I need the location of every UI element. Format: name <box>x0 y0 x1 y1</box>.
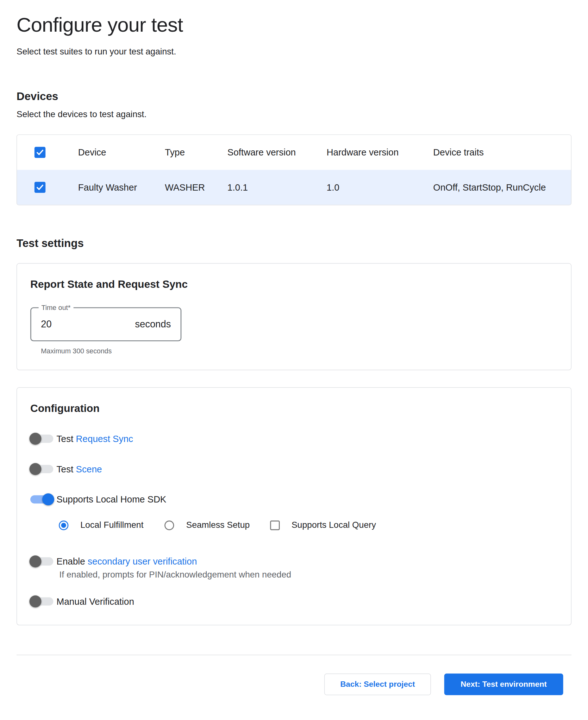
back-select-project-button[interactable]: Back: Select project <box>324 674 431 695</box>
configuration-card: Configuration Test Request Sync Test Sce… <box>17 387 571 625</box>
timeout-suffix: seconds <box>135 319 171 330</box>
devices-table-header-row: Device Type Software version Hardware ve… <box>17 135 571 170</box>
page-title: Configure your test <box>17 13 571 36</box>
request-sync-link[interactable]: Request Sync <box>76 434 133 444</box>
secondary-user-verification-description: If enabled, prompts for PIN/acknowledgem… <box>59 570 558 580</box>
supports-local-home-sdk-toggle[interactable] <box>30 493 54 505</box>
local-fulfillment-radio[interactable] <box>59 520 68 530</box>
cell-device-traits: OnOff, StartStop, RunCycle <box>433 182 571 192</box>
toggle-thumb <box>29 555 41 568</box>
column-header-hardware-version: Hardware version <box>327 147 433 158</box>
toggle-thumb <box>29 596 41 608</box>
local-home-options-row: Local Fulfillment Seamless Setup Support… <box>59 520 558 530</box>
test-request-sync-toggle[interactable] <box>30 433 54 445</box>
seamless-setup-radio[interactable] <box>165 520 174 530</box>
secondary-user-verification-toggle[interactable] <box>30 555 54 568</box>
manual-verification-label: Manual Verification <box>57 596 134 608</box>
check-icon <box>36 183 44 191</box>
select-all-checkbox[interactable] <box>35 147 46 158</box>
column-header-software-version: Software version <box>228 147 327 158</box>
page-subtitle: Select test suites to run your test agai… <box>17 46 571 57</box>
secondary-user-verification-label: Enable secondary user verification <box>57 555 197 568</box>
configuration-card-title: Configuration <box>30 403 558 414</box>
report-sync-card-title: Report State and Request Sync <box>30 278 558 290</box>
column-header-device: Device <box>78 147 165 158</box>
devices-description: Select the devices to test against. <box>17 109 571 119</box>
cell-device-type: WASHER <box>165 182 227 192</box>
seamless-setup-label: Seamless Setup <box>186 520 250 530</box>
select-all-cell <box>17 147 78 158</box>
cell-software-version: 1.0.1 <box>228 182 327 192</box>
test-scene-toggle[interactable] <box>30 463 54 475</box>
scene-link[interactable]: Scene <box>76 464 102 474</box>
supports-local-home-sdk-row: Supports Local Home SDK <box>30 493 558 505</box>
footer-divider <box>17 655 571 655</box>
secondary-user-verification-row: Enable secondary user verification <box>30 555 558 568</box>
supports-local-home-sdk-label: Supports Local Home SDK <box>57 493 166 505</box>
cell-hardware-version: 1.0 <box>327 182 433 192</box>
timeout-field-label: Time out* <box>39 304 74 312</box>
devices-table: Device Type Software version Hardware ve… <box>17 135 571 205</box>
manual-verification-row: Manual Verification <box>30 596 558 608</box>
report-sync-card: Report State and Request Sync Time out* … <box>17 263 571 370</box>
check-icon <box>36 148 44 157</box>
footer-buttons: Back: Select project Next: Test environm… <box>0 674 588 695</box>
column-header-device-traits: Device traits <box>433 147 571 158</box>
table-row: Faulty Washer WASHER 1.0.1 1.0 OnOff, St… <box>17 170 571 205</box>
devices-heading: Devices <box>17 90 571 103</box>
local-fulfillment-label: Local Fulfillment <box>80 520 143 530</box>
row-checkbox[interactable] <box>35 182 46 193</box>
timeout-input[interactable] <box>41 319 87 330</box>
test-request-sync-row: Test Request Sync <box>30 433 558 445</box>
column-header-type: Type <box>165 147 227 158</box>
row-select-cell <box>17 182 78 193</box>
test-settings-heading: Test settings <box>17 237 571 250</box>
toggle-thumb <box>29 463 41 475</box>
supports-local-query-label: Supports Local Query <box>292 520 376 530</box>
manual-verification-toggle[interactable] <box>30 596 54 608</box>
toggle-thumb <box>42 493 55 505</box>
toggle-thumb <box>29 433 41 445</box>
test-scene-label: Test Scene <box>57 463 102 475</box>
cell-device-name: Faulty Washer <box>78 182 165 192</box>
timeout-helper-text: Maximum 300 seconds <box>41 347 558 355</box>
secondary-user-verification-link[interactable]: secondary user verification <box>88 556 197 567</box>
radio-dot <box>61 523 66 528</box>
test-request-sync-label: Test Request Sync <box>57 433 133 445</box>
supports-local-query-checkbox[interactable] <box>270 520 279 530</box>
timeout-field[interactable]: Time out* seconds <box>30 307 182 341</box>
test-scene-row: Test Scene <box>30 463 558 475</box>
next-test-environment-button[interactable]: Next: Test environment <box>444 674 563 695</box>
